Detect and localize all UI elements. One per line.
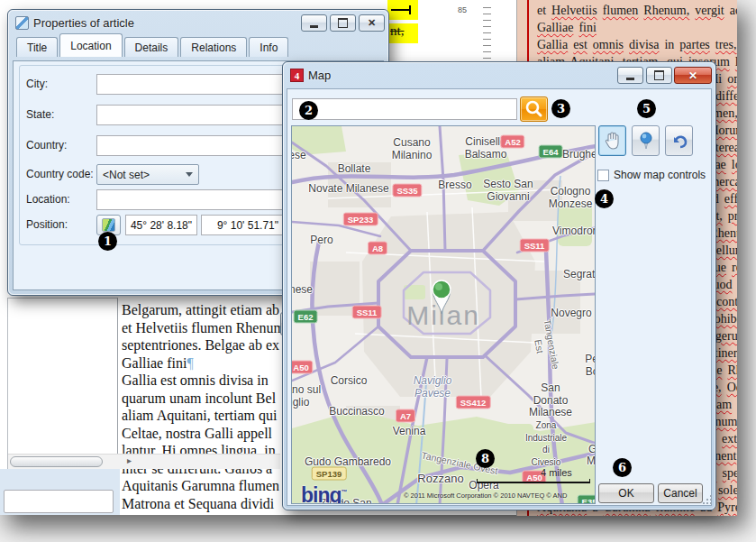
annotation-callout-2: 2 — [299, 101, 318, 120]
bing-logo: bing™ — [301, 483, 348, 504]
maximize-button[interactable] — [646, 67, 672, 84]
word: omnes — [727, 72, 737, 86]
bing-trademark: ™ — [342, 489, 348, 495]
strikethrough-mark — [391, 9, 411, 11]
tab-relations[interactable]: Relations — [180, 37, 247, 57]
properties-dialog-title: Properties of article — [33, 16, 134, 30]
map-dialog: 4 Map ✕ — [282, 61, 716, 510]
map-place-label: Corsico — [331, 375, 368, 388]
document-line: Galliae fini — [537, 19, 737, 36]
road-badge-a8: A8 — [368, 242, 387, 255]
map-dialog-icon: 4 — [290, 69, 304, 82]
annotation-callout-3: 3 — [551, 99, 570, 118]
map-place-label: San Giuliano Milanese — [587, 431, 596, 468]
word: flumen — [603, 4, 639, 17]
word: proxi- — [728, 209, 737, 223]
tab-info[interactable]: Info — [249, 37, 288, 57]
ruler-number: 85 — [458, 5, 467, 14]
road-badge-ss35: SS35 — [392, 184, 422, 198]
document-line: Gallia est omnis divisa in — [122, 372, 284, 390]
vertical-ruler — [483, 2, 491, 60]
annotation-callout-5: 5 — [637, 99, 656, 118]
pin-tool-button[interactable] — [632, 125, 660, 156]
map-place-label: Novegro — [551, 308, 591, 320]
maximize-button[interactable] — [330, 14, 356, 32]
minimize-button[interactable] — [617, 67, 643, 84]
word: fini — [578, 21, 596, 34]
map-place-label: Cologno Monzese — [549, 186, 593, 210]
close-icon[interactable]: ✕ — [674, 67, 712, 84]
show-map-controls-checkbox[interactable] — [597, 170, 609, 181]
map-pin-marker[interactable] — [430, 277, 453, 315]
map-place-label: Segrate — [563, 269, 596, 281]
map-place-label: Brugherio — [562, 149, 596, 161]
close-icon[interactable]: ✕ — [359, 14, 385, 32]
minimize-button[interactable] — [301, 14, 327, 32]
horizontal-scrollbar[interactable]: ▸ — [8, 454, 280, 469]
footer-panel — [0, 469, 120, 515]
annotation-callout-8: 8 — [476, 449, 495, 468]
document-line: Celtae, nostra Galli appell — [122, 425, 284, 443]
road-badge-a52: A52 — [500, 135, 524, 149]
road-badge-ss412: SS412 — [456, 396, 491, 409]
country-label: Country: — [26, 139, 67, 152]
left-page-text: Belgarum, attingit etiam abet Helvetiis … — [122, 301, 284, 515]
map-dialog-title: Map — [308, 69, 331, 82]
undo-tool-button[interactable] — [665, 125, 693, 156]
cancel-button[interactable]: Cancel — [658, 483, 703, 503]
city-label: City: — [26, 78, 48, 90]
document-line: omnium “fortissimi sunt B — [122, 512, 284, 515]
properties-titlebar[interactable]: Properties of article ✕ — [8, 10, 388, 36]
annotation-callout-6: 6 — [613, 458, 632, 477]
screenshot-stage: 85 et Helvetiis flumen Rhenum, vergit ad… — [0, 0, 756, 542]
properties-dialog-icon — [15, 16, 29, 30]
pin-icon — [638, 131, 654, 151]
left-pane[interactable] — [7, 298, 118, 469]
scrollbar-right-arrow[interactable]: ▸ — [127, 455, 132, 465]
word: partes — [679, 38, 709, 51]
word: vergit — [695, 4, 724, 17]
map-place-label: Naviglio Pavese — [414, 375, 452, 400]
map-titlebar[interactable]: 4 Map ✕ — [283, 62, 715, 88]
scrollbar-thumb[interactable] — [10, 456, 103, 467]
word: conten- — [716, 295, 737, 308]
word: gerunt. — [715, 329, 737, 343]
footer-input[interactable] — [4, 490, 114, 513]
map-thumbnail-icon — [102, 218, 115, 232]
tab-title[interactable]: Title — [16, 37, 58, 57]
undo-icon — [670, 132, 688, 150]
search-button[interactable] — [520, 96, 548, 122]
map-place-label: Trezzano sul Naviglio — [291, 384, 321, 409]
map-place-label: Vimodrone — [552, 225, 596, 238]
word: Rhenum, — [643, 4, 689, 17]
map-place-label: Venina — [393, 426, 426, 438]
tab-location[interactable]: Location — [59, 33, 122, 57]
resize-grip[interactable] — [701, 495, 712, 506]
chevron-down-icon — [186, 172, 193, 177]
map-place-label: Peschiera Borromeo — [585, 354, 596, 378]
country-code-dropdown[interactable]: <Not set> — [96, 164, 199, 185]
map-copyright: © 2011 Microsoft Corporation © 2010 NAVT… — [404, 491, 593, 500]
word: spec- — [723, 466, 737, 480]
document-line: Matrona et Sequana dividi — [122, 495, 284, 513]
map-viewport[interactable]: AreseBollateNovate MilaneseCusano Milani… — [291, 125, 596, 504]
tab-details[interactable]: Details — [124, 37, 179, 57]
road-badge-sp139: SP139 — [312, 467, 347, 481]
word: lingua — [735, 55, 737, 69]
latitude-field[interactable]: 45° 28' 8.18" — [125, 215, 197, 235]
map-place-label: Bollate — [338, 163, 371, 176]
ok-button[interactable]: OK — [598, 483, 654, 503]
state-label: State: — [26, 108, 54, 121]
hand-icon — [604, 131, 622, 151]
country-code-value: <Not set> — [103, 169, 150, 181]
road-badge-a7: A7 — [396, 409, 415, 423]
longitude-field[interactable]: 9° 10' 51.71" — [201, 215, 284, 235]
position-label: Position: — [26, 218, 68, 231]
document-line: Gallia est omnis divisa in partes tres, … — [537, 36, 737, 53]
pan-tool-button[interactable] — [598, 125, 626, 156]
document-line: aliam Aquitani, tertiam qui — [122, 407, 284, 425]
properties-tabs: TitleLocationDetailsRelationsInfo — [16, 33, 290, 57]
map-search-input[interactable] — [292, 98, 517, 120]
word: Galliae — [537, 21, 573, 34]
word: tres, — [715, 38, 737, 51]
